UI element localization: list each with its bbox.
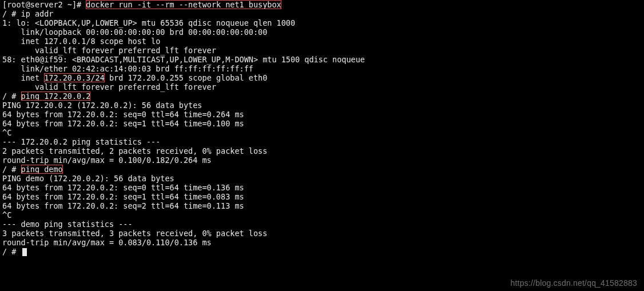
ip-lo-valid: valid_lft forever preferred_lft forever (2, 46, 216, 55)
ping2-stats-pkt: 3 packets transmitted, 3 packets receive… (2, 229, 267, 238)
prompt-shell: / # (2, 91, 21, 101)
ping1-stats-pkt: 2 packets transmitted, 2 packets receive… (2, 146, 267, 156)
ping1-stats-rtt: round-trip min/avg/max = 0.100/0.182/0.2… (2, 156, 212, 165)
ping2-break: ^C (2, 210, 11, 220)
ping2-reply-2: 64 bytes from 172.20.0.2: seq=2 ttl=64 t… (2, 201, 244, 210)
ping2-reply-1: 64 bytes from 172.20.0.2: seq=1 ttl=64 t… (2, 192, 244, 201)
cursor-icon (22, 248, 27, 256)
ping2-stats-rtt: round-trip min/avg/max = 0.083/0.110/0.1… (2, 238, 212, 247)
prompt-root: [root@server2 ~]# (2, 0, 86, 9)
ping2-reply-0: 64 bytes from 172.20.0.2: seq=0 ttl=64 t… (2, 183, 244, 192)
prompt-shell: / # (2, 9, 21, 18)
cmd-ip-addr: ip addr (21, 9, 54, 18)
ping1-break: ^C (2, 128, 11, 137)
ping1-reply-1: 64 bytes from 172.20.0.2: seq=1 ttl=64 t… (2, 119, 244, 128)
ip-eth-header: 58: eth0@if59: <BROADCAST,MULTICAST,UP,L… (2, 55, 365, 64)
ping2-stats-header: --- demo ping statistics --- (2, 220, 133, 229)
watermark: https://blog.csdn.net/qq_41582883 (511, 278, 637, 288)
prompt-shell: / # (2, 247, 21, 256)
cmd-ping-ip: ping 172.20.0.2 (21, 91, 91, 101)
ip-lo-header: 1: lo: <LOOPBACK,UP,LOWER_UP> mtu 65536 … (2, 18, 295, 27)
ip-eth-inet-addr: 172.20.0.3/24 (44, 73, 105, 82)
cmd-docker-run: docker run -it --rm --network net1 busyb… (86, 0, 281, 9)
ip-lo-inet: inet 127.0.0.1/8 scope host lo (2, 37, 160, 46)
ip-eth-link: link/ether 02:42:ac:14:00:03 brd ff:ff:f… (2, 64, 253, 73)
ping2-header: PING demo (172.20.0.2): 56 data bytes (2, 174, 174, 183)
ip-lo-link: link/loopback 00:00:00:00:00:00 brd 00:0… (2, 27, 267, 37)
ping1-stats-header: --- 172.20.0.2 ping statistics --- (2, 137, 160, 146)
terminal-output[interactable]: [root@server2 ~]# docker run -it --rm --… (0, 0, 644, 256)
ping1-header: PING 172.20.0.2 (172.20.0.2): 56 data by… (2, 101, 202, 110)
prompt-shell: / # (2, 165, 21, 174)
ip-eth-valid: valid_lft forever preferred_lft forever (2, 82, 216, 91)
cmd-ping-name: ping demo (21, 165, 63, 174)
ping1-reply-0: 64 bytes from 172.20.0.2: seq=0 ttl=64 t… (2, 110, 244, 119)
ip-eth-inet-pre: inet (2, 73, 44, 82)
ip-eth-inet-post: brd 172.20.0.255 scope global eth0 (105, 73, 267, 82)
